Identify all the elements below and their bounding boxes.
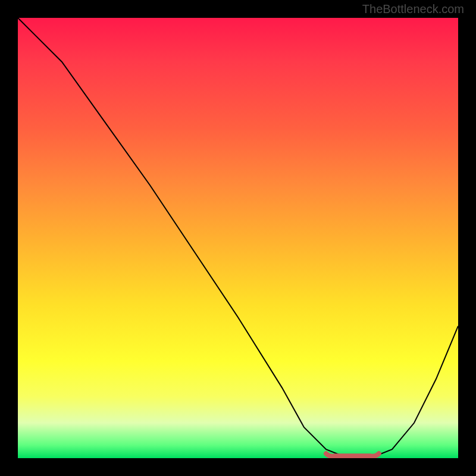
chart-plot-area: [18, 18, 458, 458]
bottleneck-curve: [18, 18, 458, 458]
watermark-text: TheBottleneck.com: [362, 2, 464, 16]
